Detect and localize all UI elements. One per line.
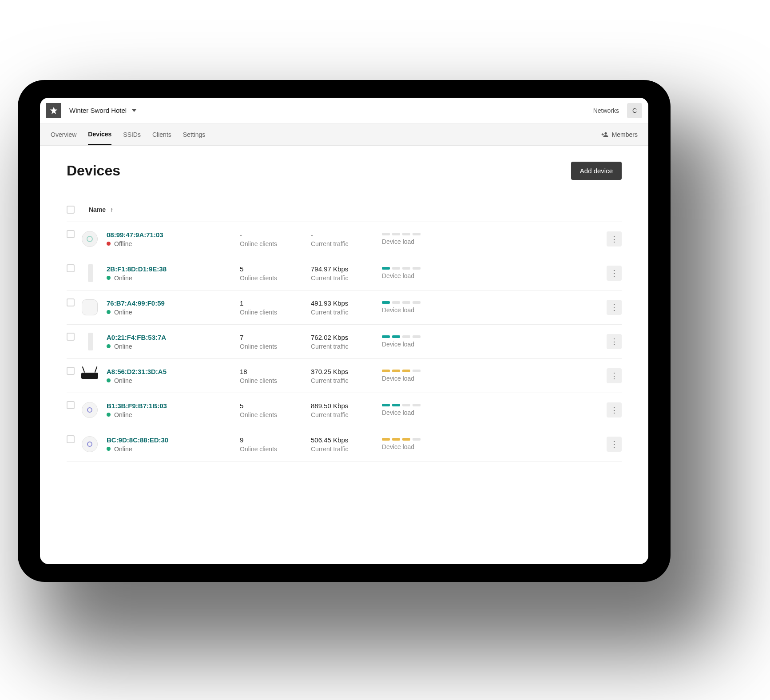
current-traffic-label: Current traffic <box>311 377 382 384</box>
site-dropdown[interactable]: Winter Sword Hotel <box>69 107 136 114</box>
load-segment <box>413 301 421 304</box>
row-checkbox[interactable] <box>67 401 75 409</box>
load-segment <box>392 301 400 304</box>
device-mac[interactable]: 76:B7:A4:99:F0:59 <box>107 299 240 307</box>
tab-devices[interactable]: Devices <box>88 124 111 145</box>
device-status: Online <box>107 309 240 316</box>
online-clients-value: 5 <box>240 265 311 273</box>
device-status: Online <box>107 343 240 350</box>
networks-link[interactable]: Networks <box>593 107 619 114</box>
device-load-label: Device load <box>382 375 462 382</box>
online-clients-label: Online clients <box>240 343 311 350</box>
device-mac[interactable]: 2B:F1:8D:D1:9E:38 <box>107 265 240 273</box>
device-ap-icon <box>82 231 98 247</box>
device-disc-icon <box>82 436 98 452</box>
tab-overview[interactable]: Overview <box>51 125 76 144</box>
app-screen: Winter Sword Hotel Networks C Overview D… <box>40 98 648 564</box>
row-checkbox[interactable] <box>67 333 75 341</box>
online-clients-label: Online clients <box>240 309 311 316</box>
device-mac[interactable]: B1:3B:F9:B7:1B:03 <box>107 402 240 410</box>
device-row[interactable]: B1:3B:F9:B7:1B:03Online5Online clients88… <box>67 393 622 427</box>
row-checkbox[interactable] <box>67 230 75 238</box>
device-name-block: 76:B7:A4:99:F0:59Online <box>107 299 240 316</box>
device-row[interactable]: 2B:F1:8D:D1:9E:38Online5Online clients79… <box>67 256 622 290</box>
load-segment <box>413 335 421 338</box>
row-checkbox[interactable] <box>67 298 75 306</box>
current-traffic-metric: 889.50 KbpsCurrent traffic <box>311 402 382 418</box>
load-segment <box>413 233 421 235</box>
load-segment <box>382 335 390 338</box>
online-clients-metric: 1Online clients <box>240 299 311 316</box>
device-name-block: A0:21:F4:FB:53:7AOnline <box>107 334 240 350</box>
page-title: Devices <box>67 163 120 179</box>
row-actions-button[interactable]: ⋮ <box>607 266 622 281</box>
select-all-checkbox[interactable] <box>67 206 75 214</box>
topbar: Winter Sword Hotel Networks C <box>40 98 648 123</box>
device-row[interactable]: BC:9D:8C:88:ED:30Online9Online clients50… <box>67 427 622 461</box>
status-text: Online <box>114 343 132 350</box>
row-actions-button[interactable]: ⋮ <box>607 402 622 418</box>
status-text: Online <box>114 274 132 282</box>
device-thumbnail <box>81 401 99 419</box>
app-logo-icon[interactable] <box>46 103 61 118</box>
device-load-label: Device load <box>382 409 462 416</box>
load-segment <box>402 267 410 270</box>
device-row[interactable]: A0:21:F4:FB:53:7AOnline7Online clients76… <box>67 325 622 359</box>
status-dot-icon <box>107 413 111 417</box>
add-device-button[interactable]: Add device <box>571 162 622 180</box>
row-actions-button[interactable]: ⋮ <box>607 231 622 247</box>
current-traffic-value: 370.25 Kbps <box>311 368 382 375</box>
user-avatar[interactable]: C <box>627 103 642 118</box>
device-load-metric: Device load <box>382 267 462 279</box>
load-segment <box>413 438 421 441</box>
column-header-name[interactable]: Name ↑ <box>89 206 113 213</box>
online-clients-metric: 5Online clients <box>240 265 311 282</box>
device-thumbnail <box>81 230 99 248</box>
device-mac[interactable]: A0:21:F4:FB:53:7A <box>107 334 240 341</box>
load-segment <box>413 370 421 372</box>
row-checkbox[interactable] <box>67 435 75 443</box>
device-row[interactable]: A8:56:D2:31:3D:A5Online18Online clients3… <box>67 359 622 393</box>
device-mac[interactable]: 08:99:47:9A:71:03 <box>107 231 240 239</box>
row-checkbox[interactable] <box>67 367 75 375</box>
avatar-initial: C <box>632 107 637 114</box>
device-mac[interactable]: BC:9D:8C:88:ED:30 <box>107 436 240 444</box>
load-bars <box>382 301 462 304</box>
status-dot-icon <box>107 447 111 451</box>
device-status: Online <box>107 377 240 384</box>
online-clients-value: - <box>240 231 311 239</box>
tab-ssids[interactable]: SSIDs <box>123 125 141 144</box>
tab-settings[interactable]: Settings <box>183 125 206 144</box>
current-traffic-metric: 794.97 KbpsCurrent traffic <box>311 265 382 282</box>
device-name-block: B1:3B:F9:B7:1B:03Online <box>107 402 240 418</box>
device-row[interactable]: 76:B7:A4:99:F0:59Online1Online clients49… <box>67 290 622 325</box>
online-clients-value: 9 <box>240 436 311 444</box>
row-actions-button[interactable]: ⋮ <box>607 437 622 452</box>
current-traffic-value: 506.45 Kbps <box>311 436 382 444</box>
device-mac[interactable]: A8:56:D2:31:3D:A5 <box>107 368 240 375</box>
tab-clients[interactable]: Clients <box>152 125 171 144</box>
load-segment <box>382 404 390 406</box>
device-row[interactable]: 08:99:47:9A:71:03Offline-Online clients-… <box>67 222 622 256</box>
load-segment <box>413 404 421 406</box>
status-text: Offline <box>114 240 132 247</box>
row-checkbox[interactable] <box>67 264 75 272</box>
row-actions-button[interactable]: ⋮ <box>607 334 622 349</box>
device-load-metric: Device load <box>382 404 462 416</box>
status-dot-icon <box>107 378 111 382</box>
online-clients-metric: 9Online clients <box>240 436 311 453</box>
members-button[interactable]: Members <box>601 131 638 138</box>
device-status: Online <box>107 445 240 453</box>
current-traffic-value: 762.02 Kbps <box>311 334 382 341</box>
row-actions-button[interactable]: ⋮ <box>607 300 622 315</box>
device-status: Online <box>107 274 240 282</box>
online-clients-value: 7 <box>240 334 311 341</box>
status-text: Online <box>114 309 132 316</box>
current-traffic-metric: 370.25 KbpsCurrent traffic <box>311 368 382 384</box>
status-dot-icon <box>107 310 111 314</box>
online-clients-metric: 7Online clients <box>240 334 311 350</box>
row-actions-button[interactable]: ⋮ <box>607 368 622 383</box>
load-segment <box>382 233 390 235</box>
load-bars <box>382 335 462 338</box>
device-antenna-icon <box>88 264 91 282</box>
